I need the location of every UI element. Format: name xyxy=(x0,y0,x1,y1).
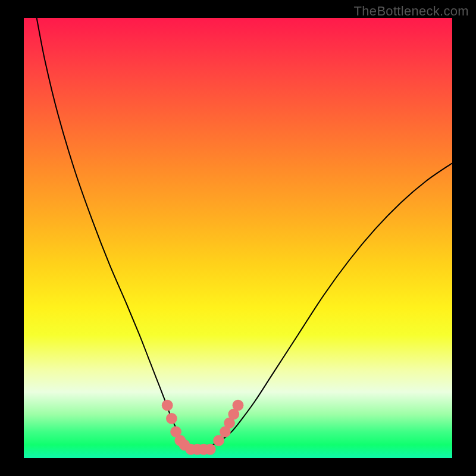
watermark-text: TheBottleneck.com xyxy=(354,4,469,19)
marker-group xyxy=(162,400,244,455)
chart-frame: TheBottleneck.com xyxy=(0,0,476,476)
data-point-marker xyxy=(233,400,244,411)
chart-svg xyxy=(24,18,452,458)
plot-area xyxy=(24,18,452,458)
curve-group xyxy=(37,18,452,450)
data-point-marker xyxy=(162,400,173,411)
data-point-marker xyxy=(205,444,216,455)
data-point-marker xyxy=(166,413,177,424)
bottleneck-curve xyxy=(37,18,452,450)
